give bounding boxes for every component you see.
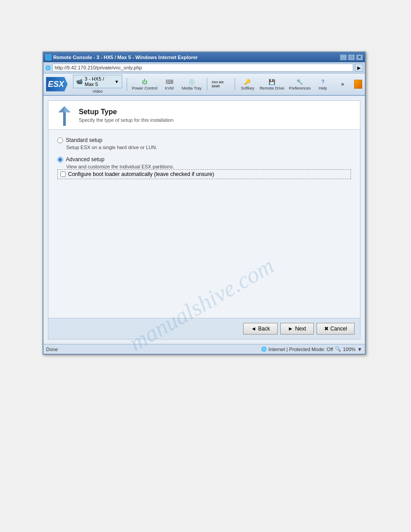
address-input[interactable] xyxy=(52,64,353,72)
preferences-button[interactable]: 🔧 Preferences xyxy=(288,77,311,91)
standard-setup-text: Standard setup xyxy=(66,137,102,143)
next-icon: ► xyxy=(288,326,293,332)
browser-window: 🌐 Remote Console - 3 - HX5 / Max 5 - Win… xyxy=(43,51,366,355)
maximize-button[interactable]: □ xyxy=(348,54,355,60)
ctrl-alt-shift-label: Ctrl Alt Shift xyxy=(212,80,230,88)
power-label: Power Control xyxy=(132,86,157,90)
standard-setup-label[interactable]: Standard setup xyxy=(57,137,351,143)
next-label: Next xyxy=(295,326,306,332)
kvm-icon: ⌨ xyxy=(165,78,174,86)
advanced-setup-option: Advanced setup View and customize the in… xyxy=(57,156,351,179)
setup-header-icon xyxy=(56,106,73,124)
standard-setup-radio[interactable] xyxy=(57,137,63,143)
address-go-button[interactable]: ▶ xyxy=(355,64,363,72)
esx-logo: ESX xyxy=(46,77,68,91)
security-status: Internet | Protected Mode: Off xyxy=(268,347,333,352)
help-label: Help xyxy=(319,86,327,90)
sep2 xyxy=(207,78,207,90)
ctrl-alt-shift-group: Ctrl Alt Shift xyxy=(212,80,230,88)
advanced-setup-radio[interactable] xyxy=(57,157,63,163)
back-label: Back xyxy=(258,326,270,332)
preferences-icon: 🔧 xyxy=(295,78,304,86)
more-button[interactable]: » xyxy=(334,80,351,89)
internet-icon: 🌐 xyxy=(261,347,266,352)
zoom-dropdown[interactable]: ▼ xyxy=(357,347,362,352)
kvm-button[interactable]: ⌨ KVM xyxy=(161,77,177,91)
setup-title: Setup Type xyxy=(79,108,174,116)
help-icon: ? xyxy=(318,78,327,86)
advanced-setup-text: Advanced setup xyxy=(66,156,104,163)
video-group: 📹 3 - HX5 / Max 5 ▼ Video xyxy=(73,75,122,94)
next-button[interactable]: ► Next xyxy=(280,323,314,335)
close-button[interactable]: ✕ xyxy=(356,54,363,60)
softkey-button[interactable]: 🔑 Softkey xyxy=(240,77,256,91)
media-icon: 💿 xyxy=(187,78,196,86)
title-bar-buttons: _ □ ✕ xyxy=(340,54,363,60)
bootloader-checkbox[interactable] xyxy=(60,172,66,177)
sep3 xyxy=(235,78,235,90)
media-label: Media Tray xyxy=(182,86,202,90)
help-button[interactable]: ? Help xyxy=(315,77,331,91)
address-icon: 🌐 xyxy=(45,65,51,70)
bootloader-checkbox-label: Configure boot loader automatically (lea… xyxy=(68,171,214,177)
server-selector[interactable]: 📹 3 - HX5 / Max 5 ▼ xyxy=(73,75,122,88)
standard-setup-option: Standard setup Setup ESX on a single har… xyxy=(57,137,351,150)
cancel-button[interactable]: ✖ Cancel xyxy=(317,323,355,335)
power-icon: ⏻ xyxy=(140,78,149,86)
setup-content: Standard setup Setup ESX on a single har… xyxy=(48,130,360,193)
svg-marker-1 xyxy=(58,106,64,112)
back-icon: ◄ xyxy=(251,326,256,332)
button-bar: ◄ Back ► Next ✖ Cancel xyxy=(48,318,360,339)
softkey-icon: 🔑 xyxy=(243,78,252,86)
more-icon: » xyxy=(338,81,347,88)
setup-subtitle: Specify the type of setup for this insta… xyxy=(79,117,174,123)
status-right: 🌐 Internet | Protected Mode: Off 🔍 100% … xyxy=(261,346,362,352)
setup-header: Setup Type Specify the type of setup for… xyxy=(48,101,360,130)
softkey-label: Softkey xyxy=(241,86,254,90)
status-bar: Done 🌐 Internet | Protected Mode: Off 🔍 … xyxy=(43,344,365,354)
preferences-label: Preferences xyxy=(289,86,311,90)
minimize-button[interactable]: _ xyxy=(340,54,347,60)
advanced-setup-desc: View and customize the individual ESX pa… xyxy=(66,164,351,169)
remote-drive-button[interactable]: 💾 Remote Drive xyxy=(259,77,285,91)
advanced-setup-label[interactable]: Advanced setup xyxy=(57,156,351,163)
bootloader-checkbox-wrapper: Configure boot loader automatically (lea… xyxy=(57,169,351,179)
address-bar: 🌐 ▶ xyxy=(43,62,365,73)
media-tray-button[interactable]: 💿 Media Tray xyxy=(181,77,202,91)
window-title: Remote Console - 3 - HX5 / Max 5 - Windo… xyxy=(53,55,198,60)
server-name: 3 - HX5 / Max 5 xyxy=(85,76,113,87)
sep1 xyxy=(127,78,127,90)
setup-header-text: Setup Type Specify the type of setup for… xyxy=(79,108,174,123)
content-area: Setup Type Specify the type of setup for… xyxy=(43,96,365,344)
cancel-label: Cancel xyxy=(330,326,347,332)
status-indicator xyxy=(354,80,362,89)
zoom-icon: 🔍 xyxy=(335,346,341,352)
title-bar-left: 🌐 Remote Console - 3 - HX5 / Max 5 - Win… xyxy=(45,54,198,60)
kvm-label: KVM xyxy=(165,86,174,90)
video-label: Video xyxy=(92,89,103,94)
title-bar: 🌐 Remote Console - 3 - HX5 / Max 5 - Win… xyxy=(43,52,365,62)
zoom-level: 100% xyxy=(343,347,355,352)
remote-drive-icon: 💾 xyxy=(267,78,276,86)
browser-icon: 🌐 xyxy=(45,54,51,60)
cancel-icon: ✖ xyxy=(324,326,329,332)
setup-panel: Setup Type Specify the type of setup for… xyxy=(48,100,360,339)
standard-setup-desc: Setup ESX on a single hard drive or LUN. xyxy=(66,145,351,150)
toolbar: ESX 📹 3 - HX5 / Max 5 ▼ Video ⏻ Power Co… xyxy=(43,73,365,96)
power-control-button[interactable]: ⏻ Power Control xyxy=(132,77,158,91)
back-button[interactable]: ◄ Back xyxy=(243,323,278,335)
remote-drive-label: Remote Drive xyxy=(260,86,284,90)
status-text: Done xyxy=(46,347,58,352)
svg-rect-2 xyxy=(63,112,66,126)
svg-marker-0 xyxy=(64,106,71,112)
